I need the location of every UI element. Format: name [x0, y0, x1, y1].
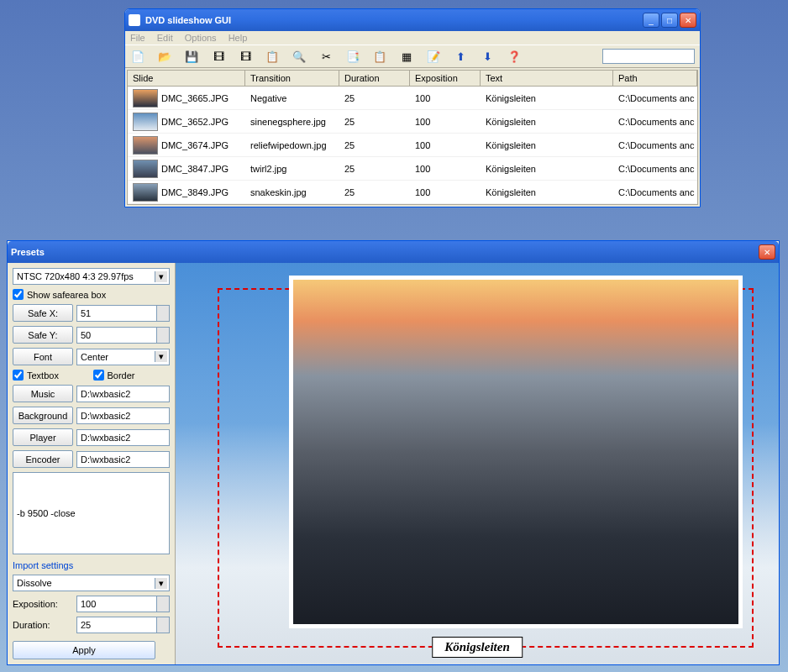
thumbnail	[133, 183, 158, 202]
col-transition[interactable]: Transition	[245, 71, 339, 86]
cell-exposition: 100	[410, 91, 481, 106]
cell-exposition: 100	[410, 185, 481, 200]
presets-close-button[interactable]: ✕	[759, 244, 775, 260]
table-row[interactable]: DMC_3665.JPGNegative25100KönigsleitenC:\…	[128, 87, 697, 110]
cell-exposition: 100	[410, 114, 481, 129]
cell-text: Königsleiten	[481, 138, 613, 153]
background-path[interactable]: D:\wxbasic2	[76, 407, 170, 424]
encoder-button[interactable]: Encoder	[13, 450, 73, 468]
player-path[interactable]: D:\wxbasic2	[76, 429, 170, 446]
cell-path: C:\Documents anc	[613, 91, 697, 106]
border-checkbox[interactable]: Border	[93, 370, 171, 381]
table-row[interactable]: DMC_3849.JPGsnakeskin.jpg25100Königsleit…	[128, 181, 697, 204]
help-icon[interactable]: ❓	[507, 49, 522, 64]
font-button[interactable]: Font	[13, 348, 73, 365]
table-row[interactable]: DMC_3652.JPGsinenegsphere.jpg25100Königs…	[128, 110, 697, 134]
cell-text: Königsleiten	[481, 161, 613, 176]
cell-duration: 25	[339, 91, 410, 106]
cell-path: C:\Documents anc	[613, 114, 697, 129]
background-button[interactable]: Background	[13, 407, 73, 424]
up-icon[interactable]: ⬆	[453, 49, 468, 64]
encoder-path[interactable]: D:\wxbasic2	[76, 451, 170, 468]
maximize-button[interactable]: □	[661, 13, 678, 28]
menu-help[interactable]: Help	[229, 33, 248, 43]
cell-path: C:\Documents anc	[613, 138, 697, 153]
preview-photo	[293, 280, 738, 624]
table-row[interactable]: DMC_3847.JPGtwirl2.jpg25100KönigsleitenC…	[128, 157, 697, 181]
cell-exposition: 100	[410, 161, 481, 176]
cell-duration: 25	[339, 185, 410, 200]
exposition-label: Exposition:	[13, 599, 73, 609]
encoder-args[interactable]: -b 9500 -close	[13, 472, 170, 554]
cell-exposition: 100	[410, 138, 481, 153]
list-header: Slide Transition Duration Exposition Tex…	[128, 71, 697, 87]
music-button[interactable]: Music	[13, 385, 73, 402]
window-title: DVD slideshow GUI	[145, 15, 643, 25]
col-slide[interactable]: Slide	[128, 71, 245, 86]
safex-button[interactable]: Safe X:	[13, 304, 73, 322]
cell-text: Königsleiten	[481, 114, 613, 129]
cut-icon[interactable]: ✂	[318, 49, 334, 64]
textbox-checkbox[interactable]: Textbox	[13, 370, 90, 381]
duration-input[interactable]: 25	[76, 617, 170, 633]
import-settings-label: Import settings	[13, 560, 170, 570]
presets-window: Presets ✕ NTSC 720x480 4:3 29.97fps Show…	[7, 240, 780, 665]
menu-options[interactable]: Options	[185, 33, 217, 43]
cell-text: Königsleiten	[481, 185, 613, 200]
grid-icon[interactable]: ▦	[399, 49, 414, 64]
presets-titlebar[interactable]: Presets ✕	[8, 241, 779, 263]
doc-icon[interactable]: 📝	[426, 49, 441, 64]
close-button[interactable]: ✕	[680, 13, 696, 28]
slide-name: DMC_3652.JPG	[161, 117, 229, 127]
new-icon[interactable]: 📄	[130, 49, 145, 64]
save-icon[interactable]: 💾	[184, 49, 199, 64]
cell-duration: 25	[339, 138, 410, 153]
slide-name: DMC_3665.JPG	[161, 93, 229, 103]
main-titlebar[interactable]: DVD slideshow GUI _ □ ✕	[125, 9, 700, 31]
col-duration[interactable]: Duration	[339, 71, 410, 86]
cell-path: C:\Documents anc	[613, 185, 697, 200]
cell-transition: sinenegsphere.jpg	[245, 114, 339, 129]
col-exposition[interactable]: Exposition	[410, 71, 481, 86]
player-button[interactable]: Player	[13, 428, 73, 446]
music-path[interactable]: D:\wxbasic2	[76, 386, 170, 402]
transition-select[interactable]: Dissolve	[13, 575, 170, 591]
down-icon[interactable]: ⬇	[480, 49, 495, 64]
presets-title: Presets	[11, 247, 759, 257]
preview-caption: Königsleiten	[432, 637, 523, 658]
table-row[interactable]: DMC_3674.JPGreliefwipedown.jpg25100König…	[128, 134, 697, 157]
cell-transition: Negative	[245, 91, 339, 106]
thumbnail	[133, 89, 158, 108]
toolbar-search[interactable]	[602, 49, 695, 64]
slide-list: Slide Transition Duration Exposition Tex…	[127, 70, 698, 205]
safex-input[interactable]: 51	[76, 305, 170, 322]
thumbnail	[133, 136, 158, 155]
col-text[interactable]: Text	[481, 71, 613, 86]
exposition-input[interactable]: 100	[76, 596, 170, 612]
copy-icon[interactable]: 📋	[265, 49, 280, 64]
cell-path: C:\Documents anc	[613, 161, 697, 176]
cell-duration: 25	[339, 114, 410, 129]
minimize-button[interactable]: _	[643, 13, 659, 28]
preview-icon[interactable]: 🔍	[292, 49, 307, 64]
safearea-checkbox[interactable]: Show safearea box	[13, 289, 170, 300]
film2-icon[interactable]: 🎞	[238, 49, 253, 64]
app-icon	[129, 14, 140, 26]
safey-input[interactable]: 50	[76, 327, 170, 344]
font-align-select[interactable]: Center	[76, 349, 170, 365]
col-path[interactable]: Path	[613, 71, 697, 86]
menu-edit[interactable]: Edit	[157, 33, 173, 43]
open-icon[interactable]: 📂	[157, 49, 172, 64]
format-select[interactable]: NTSC 720x480 4:3 29.97fps	[13, 268, 170, 285]
presets-panel: NTSC 720x480 4:3 29.97fps Show safearea …	[8, 263, 176, 664]
film-icon[interactable]: 🎞	[211, 49, 226, 64]
copy2-icon[interactable]: 📑	[345, 49, 360, 64]
safey-button[interactable]: Safe Y:	[13, 326, 73, 344]
apply-button[interactable]: Apply	[13, 641, 155, 659]
photo-frame	[289, 276, 743, 628]
menu-file[interactable]: File	[130, 33, 145, 43]
cell-transition: snakeskin.jpg	[245, 185, 339, 200]
paste-icon[interactable]: 📋	[372, 49, 387, 64]
cell-text: Königsleiten	[481, 91, 613, 106]
slide-name: DMC_3847.JPG	[161, 164, 229, 174]
